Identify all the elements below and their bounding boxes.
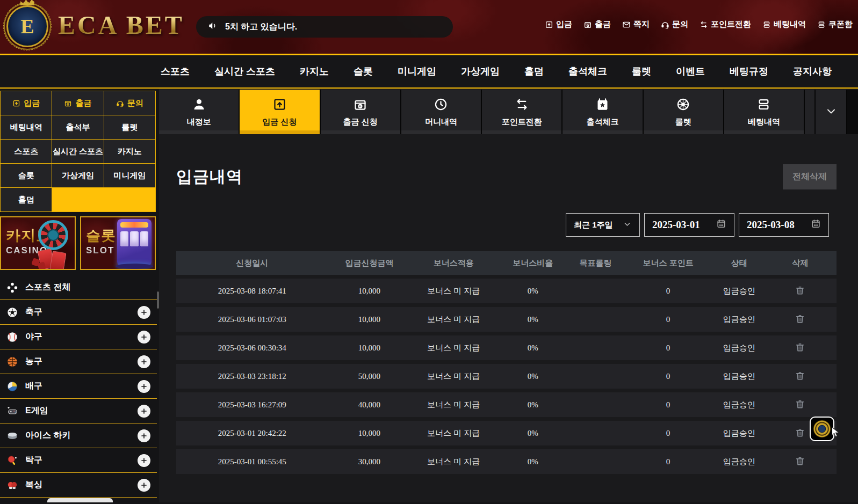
tab-label: 출석체크 (586, 117, 618, 127)
withdraw-icon (583, 20, 592, 29)
cell-datetime: 2025-03-03 23:18:12 (176, 364, 328, 389)
sidebar-grid-button[interactable]: 슬롯 (1, 164, 52, 187)
floating-quick-button[interactable] (810, 417, 834, 441)
account-tab[interactable]: 입금 신청 (240, 90, 319, 134)
quick-link[interactable]: 쿠폰함 (817, 19, 853, 30)
sidebar-sport-item[interactable]: 농구 (0, 349, 157, 374)
quick-link[interactable]: 입금 (545, 19, 572, 30)
cell-bonus-point: 0 (622, 335, 715, 360)
cell-status: 입금승인 (715, 307, 764, 332)
delete-row-button[interactable] (795, 427, 805, 440)
tab-label: 포인트전환 (502, 117, 542, 127)
expand-plus-button[interactable] (138, 429, 150, 442)
sidebar-sport-item[interactable]: E게임 (0, 399, 157, 423)
sidebar-grid-button[interactable]: 베팅내역 (1, 115, 52, 139)
cell-target-rolling (569, 421, 622, 445)
sidebar-sport-item[interactable]: 스포츠 전체 (0, 275, 157, 300)
account-tab[interactable]: 출석체크 (563, 90, 642, 134)
range-select-value: 최근 1주일 (574, 220, 613, 230)
sidebar-sport-item[interactable]: 야구 (0, 325, 157, 349)
nav-item[interactable]: 스포츠 (161, 65, 190, 78)
delete-row-button[interactable] (795, 456, 805, 468)
nav-item[interactable]: 카지노 (300, 65, 329, 78)
sidebar-grid-button[interactable]: 출금 (52, 91, 103, 115)
delete-row-button[interactable] (795, 342, 805, 354)
sidebar-sport-item[interactable]: 축구 (0, 300, 157, 325)
nav-item[interactable]: 출석체크 (568, 65, 607, 78)
slot-banner[interactable]: 슬롯 SLOT (80, 216, 156, 270)
sidebar-grid-button[interactable]: 실시간 스포츠 (52, 140, 103, 163)
sidebar-grid-button[interactable]: 스포츠 (1, 140, 52, 163)
cell-amount: 10,000 (328, 421, 411, 445)
notice-text: 5치 하고 있습니다. (225, 21, 297, 33)
cell-bonus: 보너스 미 지급 (410, 449, 496, 474)
quick-link[interactable]: 포인트전환 (700, 19, 751, 30)
column-header: 입금신청금액 (328, 251, 411, 275)
expand-plus-button[interactable] (138, 331, 150, 344)
sport-label: 야구 (25, 331, 42, 342)
deposit-icon (272, 97, 287, 112)
account-tab-bar: 내정보 입금 신청 출금 신청 머니내역 포인트전환 (159, 90, 858, 134)
nav-item[interactable]: 실시간 스포츠 (214, 65, 275, 78)
account-tab[interactable]: 베팅내역 (724, 90, 804, 134)
page-title: 입금내역 (176, 166, 243, 188)
sidebar-grid-button[interactable]: 홀덤 (1, 188, 52, 211)
expand-plus-button[interactable] (138, 405, 150, 418)
sidebar-sport-item[interactable]: 아이스 하키 (0, 423, 157, 448)
cell-target-rolling (569, 392, 622, 417)
quick-link[interactable]: 문의 (661, 19, 688, 30)
nav-item[interactable]: 홀덤 (524, 65, 544, 78)
delete-row-button[interactable] (795, 370, 805, 383)
sidebar-grid-button[interactable]: 카지노 (104, 140, 155, 163)
mail-icon (622, 20, 631, 29)
sidebar-sport-item[interactable]: 탁구 (0, 448, 157, 473)
range-select[interactable]: 최근 1주일 (566, 213, 640, 237)
account-tab[interactable]: 머니내역 (401, 90, 481, 134)
sidebar-sport-item[interactable]: 배구 (0, 374, 157, 399)
nav-item[interactable]: 베팅규정 (730, 65, 768, 78)
quick-link[interactable]: 쪽지 (622, 19, 650, 30)
cell-bonus-rate: 0% (496, 279, 569, 303)
sidebar-sport-item[interactable]: 복싱 (0, 473, 157, 498)
account-tab[interactable]: 내정보 (159, 90, 239, 134)
deposit-icon (12, 99, 20, 107)
nav-item[interactable]: 가상게임 (461, 65, 500, 78)
expand-plus-button[interactable] (138, 306, 150, 319)
delete-all-button[interactable]: 전체삭제 (783, 164, 837, 189)
expand-plus-button[interactable] (138, 380, 150, 393)
cell-amount: 10,000 (328, 307, 411, 332)
expand-plus-button[interactable] (138, 479, 150, 492)
sidebar-grid-button[interactable]: 룰렛 (104, 115, 155, 139)
column-header: 보너스적용 (410, 251, 496, 275)
nav-item[interactable]: 슬롯 (354, 65, 373, 78)
date-to-input[interactable]: 2025-03-08 (739, 213, 829, 237)
date-from-input[interactable]: 2025-03-01 (644, 213, 734, 237)
sidebar-grid-button[interactable]: 미니게임 (104, 164, 155, 187)
sidebar-grid-button[interactable]: 출석부 (52, 115, 103, 139)
nav-item[interactable]: 공지사항 (793, 65, 832, 78)
expand-plus-button[interactable] (138, 454, 150, 467)
account-tab[interactable]: 룰렛 (644, 90, 723, 134)
sidebar-grid-button[interactable]: 입금 (1, 91, 52, 115)
cell-bonus: 보너스 미 지급 (410, 307, 496, 332)
trash-icon (795, 370, 805, 383)
quick-link[interactable]: 베팅내역 (762, 19, 806, 30)
nav-item[interactable]: 룰렛 (632, 65, 651, 78)
sidebar-grid-button[interactable]: 가상게임 (52, 164, 103, 187)
quick-link[interactable]: 출금 (583, 19, 611, 30)
delete-row-button[interactable] (795, 313, 805, 326)
quick-link-label: 포인트전환 (711, 19, 751, 30)
account-tab[interactable]: 출금 신청 (321, 90, 400, 134)
cell-status: 입금승인 (715, 421, 764, 445)
nav-item[interactable]: 이벤트 (676, 65, 705, 78)
expand-plus-button[interactable] (138, 355, 150, 368)
delete-row-button[interactable] (795, 399, 805, 411)
nav-item[interactable]: 미니게임 (398, 65, 436, 78)
tabs-more-button[interactable] (816, 90, 846, 134)
cell-bonus-rate: 0% (496, 449, 569, 474)
brand-logo[interactable]: E ECA BET (6, 2, 184, 47)
delete-row-button[interactable] (795, 285, 805, 297)
account-tab[interactable]: 포인트전환 (482, 90, 561, 134)
casino-banner[interactable]: 카지노 CASINO (0, 216, 76, 270)
sidebar-grid-button[interactable]: 문의 (104, 91, 155, 115)
